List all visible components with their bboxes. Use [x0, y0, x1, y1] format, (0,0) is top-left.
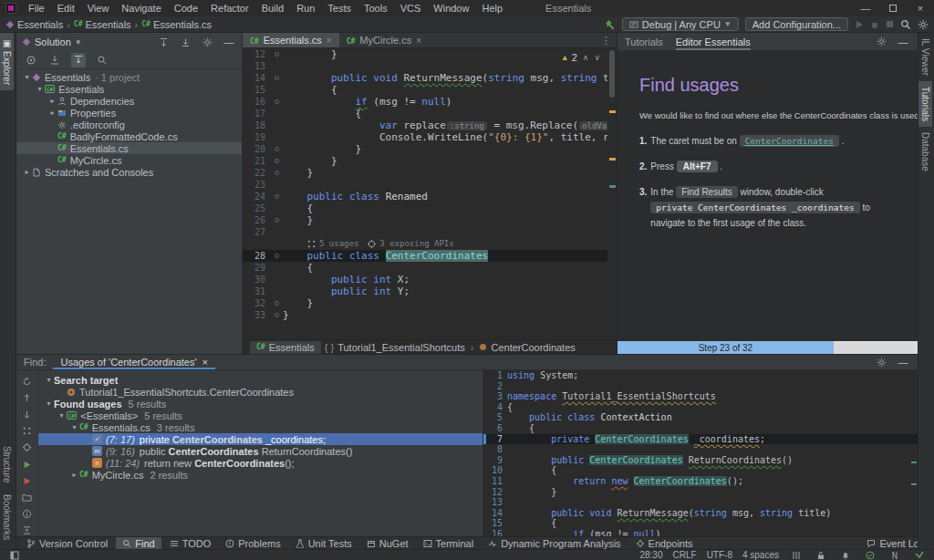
code-line[interactable]: 9 public CenterCoordinates ReturnCoordin…	[483, 455, 918, 466]
breadcrumb-project-chip[interactable]: C#Essentials	[250, 341, 321, 354]
code-line[interactable]: 28 public class CenterCoordinates	[243, 250, 607, 262]
menu-refactor[interactable]: Refactor	[204, 1, 255, 16]
fold-marker[interactable]	[270, 313, 283, 317]
chevron-down-icon[interactable]: ▾	[57, 411, 67, 420]
menu-vcs[interactable]: VCS	[394, 1, 428, 16]
explorer-tree-item[interactable]: .editorconfig	[16, 119, 242, 130]
breadcrumb-class[interactable]: CenterCoordinates	[491, 342, 575, 353]
run-config-selector[interactable]: Debug | Any CPU▼	[622, 17, 739, 31]
find-result-item[interactable]: ▸C#MyCircle.cs2 results	[38, 469, 483, 481]
tool-window-button-unit-tests[interactable]: Unit Tests	[289, 537, 358, 550]
code-line[interactable]: 2	[483, 381, 918, 392]
info-icon[interactable]	[20, 509, 34, 520]
locate-file-icon[interactable]	[24, 53, 38, 67]
prev-problem-icon[interactable]: ∧	[583, 53, 589, 62]
expand-all-icon[interactable]	[156, 35, 171, 49]
hide-panel-icon[interactable]: —	[896, 35, 910, 49]
explorer-tree-item[interactable]: ▸Properties	[16, 107, 242, 119]
menu-code[interactable]: Code	[168, 1, 204, 16]
folder-icon[interactable]	[20, 492, 34, 503]
code-line[interactable]: 29 {	[243, 262, 607, 274]
editor-tab-essentials-cs[interactable]: C#Essentials.cs×	[243, 33, 339, 47]
explorer-tree-item[interactable]: ▾Essentials· 1 project	[16, 71, 242, 83]
code-line[interactable]: 24 public class Renamed	[243, 191, 607, 202]
code-line[interactable]: 1using System;	[483, 370, 918, 381]
code-line[interactable]: 14 public void ReturnMessage(string msg,…	[243, 72, 607, 84]
lock-icon[interactable]	[814, 548, 828, 560]
code-line[interactable]: 25 {	[243, 202, 607, 214]
fold-marker[interactable]	[270, 147, 283, 151]
code-line[interactable]: 13	[483, 497, 918, 508]
maximize-button[interactable]	[879, 0, 907, 16]
tool-tab-tutorials[interactable]: Tutorials	[918, 81, 932, 127]
inspection-widget[interactable]: ▲2 ∧ ∨	[557, 52, 604, 63]
collapse-all-icon[interactable]	[178, 35, 192, 49]
tab-editor-essentials[interactable]: Editor Essentials	[676, 33, 751, 50]
find-result-item[interactable]: ▾Found usages5 results	[38, 398, 483, 410]
chevron-right-icon[interactable]: ▸	[47, 109, 57, 117]
tool-tab-structure[interactable]: Structure	[0, 441, 14, 489]
code-line[interactable]: 5 usages3 exposing APIs	[243, 238, 607, 250]
code-lens[interactable]: 5 usages3 exposing APIs	[283, 238, 454, 250]
collapse-icon[interactable]	[20, 525, 34, 536]
editor-tab-mycircle-cs[interactable]: C#MyCircle.cs×	[339, 33, 429, 47]
code-line[interactable]: 31 public int Y;	[243, 285, 607, 297]
chevron-down-icon[interactable]: ▾	[22, 73, 32, 81]
hide-panel-icon[interactable]: —	[222, 35, 236, 49]
tool-window-button-dynamic-program-analysis[interactable]: Dynamic Program Analysis	[482, 537, 627, 550]
locate-icon[interactable]	[20, 442, 34, 453]
fold-marker[interactable]	[270, 52, 283, 57]
center-coordinates-link[interactable]: CenterCoordinates	[740, 135, 839, 147]
code-line[interactable]: 23	[243, 179, 607, 191]
breadcrumb-solution[interactable]: Essentials	[5, 19, 63, 30]
panel-settings-gear-icon[interactable]	[874, 355, 888, 369]
code-line[interactable]: 13	[243, 60, 607, 72]
group-icon[interactable]	[20, 426, 34, 437]
chevron-down-icon[interactable]: ▾	[44, 376, 54, 384]
code-line[interactable]: 12 }	[483, 487, 918, 498]
menu-run[interactable]: Run	[290, 1, 321, 16]
close-button[interactable]: ×	[907, 0, 934, 16]
code-line[interactable]: 8	[483, 444, 918, 455]
panel-settings-gear-icon[interactable]	[200, 35, 214, 49]
settings-gear-icon[interactable]	[918, 19, 929, 30]
code-line[interactable]: 17 {	[243, 108, 607, 119]
search-everywhere-icon[interactable]	[900, 19, 911, 30]
code-line[interactable]: 3namespace Tutorial1_EssentialShortcuts	[483, 391, 918, 402]
encoding-selector[interactable]: UTF-8	[707, 550, 732, 560]
breadcrumb-namespace[interactable]: Tutorial1_EssentialShortcuts	[337, 342, 465, 353]
fold-marker[interactable]	[270, 159, 283, 163]
code-line[interactable]: 15 {	[483, 518, 918, 529]
tool-window-button-version-control[interactable]: Version Control	[20, 537, 114, 550]
explorer-tree-item[interactable]: ▸Scratches and Consoles	[16, 166, 242, 178]
code-line[interactable]: 7 private CenterCoordinates _coordinates…	[483, 434, 918, 445]
indent-selector[interactable]: 4 spaces	[742, 550, 779, 560]
tool-window-button-terminal[interactable]: Terminal	[417, 537, 481, 550]
code-line[interactable]: 14 public void ReturnMessage(string msg,…	[483, 508, 918, 519]
tool-window-switcher-icon[interactable]	[7, 548, 22, 560]
tool-tab-il-viewer[interactable]: IL Viewer	[918, 33, 932, 81]
fold-marker[interactable]	[270, 76, 283, 80]
explorer-view-selector[interactable]: Solution	[35, 36, 71, 47]
code-line[interactable]: 16 if (msg != null)	[483, 529, 918, 536]
tool-window-button-find[interactable]: Find	[116, 537, 161, 550]
tool-tab-explorer[interactable]: ▣Explorer	[0, 33, 14, 90]
menu-help[interactable]: Help	[475, 1, 509, 16]
add-configuration-button[interactable]: Add Configuration...	[745, 17, 848, 31]
line-ending-selector[interactable]: CRLF	[673, 550, 697, 560]
find-result-item[interactable]: n(11: 24)return new CenterCoordinates();	[38, 457, 483, 469]
code-line[interactable]: 18 var replace:string = msg.Replace(oldV…	[243, 119, 607, 131]
tool-window-button-nuget[interactable]: NuGet	[360, 537, 415, 550]
chevron-right-icon[interactable]: ▸	[47, 97, 57, 105]
chevron-right-icon[interactable]: ▸	[69, 471, 79, 479]
chevron-down-icon[interactable]: ▾	[35, 85, 45, 93]
fold-marker[interactable]	[270, 254, 283, 258]
down-icon[interactable]	[20, 409, 34, 420]
protection-icon[interactable]	[912, 548, 927, 560]
menu-file[interactable]: File	[22, 1, 51, 16]
power-save-icon[interactable]	[887, 548, 902, 560]
tool-window-button-problems[interactable]: Problems	[219, 537, 286, 550]
menu-window[interactable]: Window	[427, 1, 475, 16]
inspections-ok-icon[interactable]	[863, 548, 877, 560]
menu-tools[interactable]: Tools	[358, 1, 394, 16]
